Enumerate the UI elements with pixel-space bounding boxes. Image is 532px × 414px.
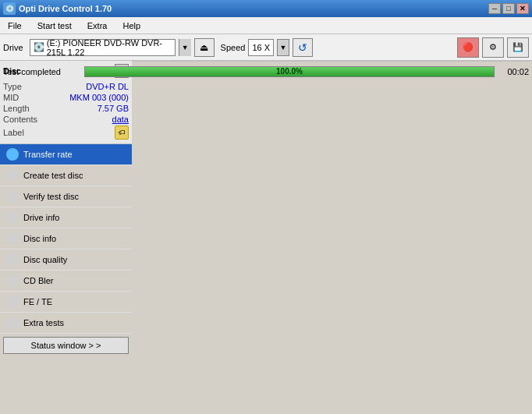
progress-label: 100.0% (85, 67, 494, 76)
fe-te-icon (6, 295, 19, 308)
length-label: Length (3, 104, 30, 113)
nav-disc-quality[interactable]: Disc quality (0, 249, 132, 271)
cd-bler-icon (6, 274, 19, 287)
nav-items: Transfer rate Create test disc Verify te… (0, 144, 132, 334)
progress-bar: 100.0% (84, 66, 495, 77)
disc-icon-button[interactable]: 🔴 (457, 37, 479, 58)
disc-info-icon (6, 232, 19, 245)
window-controls: ─ □ ✕ (488, 3, 529, 14)
titlebar: 💿 Opti Drive Control 1.70 ─ □ ✕ (0, 0, 532, 17)
maximize-button[interactable]: □ (502, 3, 515, 14)
status-window-button[interactable]: Status window > > (3, 337, 129, 354)
transfer-rate-icon (6, 148, 19, 161)
contents-value: data (112, 115, 129, 124)
nav-verify-test-disc[interactable]: Verify test disc (0, 186, 132, 207)
contents-label: Contents (3, 115, 37, 124)
nav-create-test-disc[interactable]: Create test disc (0, 165, 132, 186)
app-title: Opti Drive Control 1.70 (19, 4, 112, 13)
menu-help[interactable]: Help (118, 19, 145, 32)
extra-tests-icon (6, 317, 19, 329)
speed-dropdown-arrow[interactable]: ▼ (277, 39, 289, 56)
settings-button[interactable]: ⚙ (482, 37, 504, 58)
disc-quality-icon (6, 253, 19, 266)
menubar: File Start test Extra Help (0, 17, 532, 34)
speed-label: Speed (221, 43, 246, 52)
drive-label: Drive (3, 43, 23, 52)
length-value: 7.57 GB (98, 104, 129, 113)
nav-extra-tests[interactable]: Extra tests (0, 313, 132, 334)
type-value: DVD+R DL (86, 82, 129, 91)
menu-file[interactable]: File (3, 19, 27, 32)
app-icon: 💿 (3, 2, 16, 15)
verify-test-disc-icon (6, 190, 19, 203)
type-label: Type (3, 82, 22, 91)
nav-cd-bler[interactable]: CD Bler (0, 271, 132, 292)
mid-label: MID (3, 93, 19, 102)
minimize-button[interactable]: ─ (488, 3, 501, 14)
drive-select[interactable]: 💽 (E:) PIONEER DVD-RW DVR-215L 1.22 (30, 39, 176, 56)
save-button[interactable]: 💾 (507, 37, 529, 58)
create-test-disc-icon (6, 169, 19, 182)
status-text: Test completed (3, 67, 81, 76)
nav-disc-info[interactable]: Disc info (0, 228, 132, 249)
nav-fe-te[interactable]: FE / TE (0, 292, 132, 313)
speed-select[interactable]: 16 X (248, 39, 274, 56)
nav-transfer-rate[interactable]: Transfer rate (0, 144, 132, 165)
menu-extra[interactable]: Extra (83, 19, 112, 32)
nav-drive-info[interactable]: Drive info (0, 207, 132, 228)
drive-dropdown-arrow[interactable]: ▼ (179, 39, 191, 56)
refresh-button[interactable]: ↺ (293, 38, 313, 57)
menu-start-test[interactable]: Start test (33, 19, 76, 32)
label-label: Label (3, 128, 24, 137)
time-display: 00:02 (498, 67, 529, 76)
label-icon[interactable]: 🏷 (115, 126, 129, 140)
close-button[interactable]: ✕ (516, 3, 529, 14)
drive-info-icon (6, 211, 19, 224)
toolbar: Drive 💽 (E:) PIONEER DVD-RW DVR-215L 1.2… (0, 34, 532, 61)
eject-button[interactable]: ⏏ (194, 38, 215, 57)
mid-value: MKM 003 (000) (69, 93, 129, 102)
